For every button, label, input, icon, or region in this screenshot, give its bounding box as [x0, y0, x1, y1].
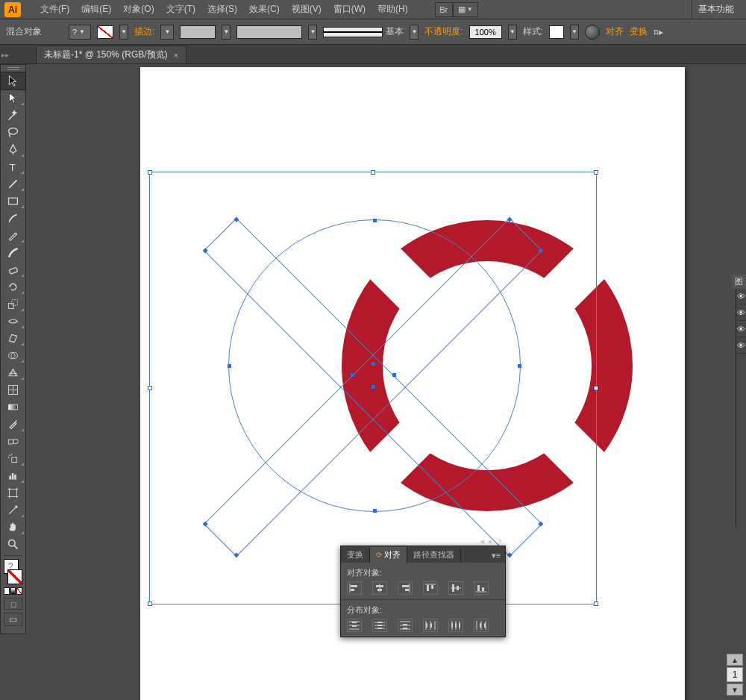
document-tab-close[interactable]: × [174, 51, 178, 60]
menu-edit[interactable]: 编辑(E) [75, 3, 117, 16]
align-hcenter-button[interactable] [372, 581, 387, 595]
symbol-sprayer-tool[interactable] [1, 450, 25, 467]
rotate-tool[interactable] [1, 278, 25, 296]
menu-select[interactable]: 选择(S) [201, 3, 243, 16]
distribute-vcenter-button[interactable] [372, 619, 387, 632]
var-width-dd[interactable]: ▼ [308, 25, 317, 40]
color-mode-solid[interactable] [4, 587, 10, 595]
free-transform-tool[interactable] [1, 330, 25, 347]
recolor-artwork-button[interactable] [585, 25, 600, 40]
bbox-handle[interactable] [594, 601, 598, 606]
menu-file[interactable]: 文件(F) [34, 3, 75, 16]
gradient-tool[interactable] [1, 399, 25, 416]
menu-type[interactable]: 文字(T) [160, 3, 201, 16]
type-tool[interactable]: T [1, 158, 25, 175]
zoom-tool[interactable] [1, 536, 25, 553]
style-dd[interactable]: ▼ [570, 25, 579, 40]
bbox-handle[interactable] [148, 170, 152, 175]
distribute-top-button[interactable] [347, 619, 362, 632]
layer-visibility-icon[interactable]: 👁 [736, 304, 746, 321]
stroke-label[interactable]: 描边: [134, 25, 154, 38]
align-vcenter-button[interactable] [448, 581, 463, 595]
paintbrush-tool[interactable] [1, 210, 25, 227]
align-left-button[interactable] [347, 581, 362, 595]
align-bottom-button[interactable] [474, 581, 489, 595]
color-mode-none[interactable] [16, 587, 22, 595]
opacity-value[interactable]: 100% [469, 25, 502, 39]
distribute-bottom-button[interactable] [398, 619, 413, 632]
layer-visibility-icon[interactable]: 👁 [736, 321, 746, 337]
distribute-left-button[interactable] [423, 619, 438, 632]
fill-unknown[interactable]: ?▼ [69, 25, 91, 40]
distribute-right-button[interactable] [474, 619, 489, 632]
var-width-profile[interactable] [236, 25, 302, 39]
line-segment-tool[interactable] [1, 175, 25, 193]
width-tool[interactable] [1, 313, 25, 330]
brush-dd[interactable]: ▼ [410, 25, 419, 40]
style-swatch[interactable] [549, 25, 564, 39]
scale-tool[interactable] [1, 296, 25, 313]
lasso-tool[interactable] [1, 124, 25, 141]
distribute-hcenter-button[interactable] [448, 619, 463, 632]
document-tab[interactable]: 未标题-1* @ 150% (RGB/预览) × [36, 46, 186, 63]
direct-selection-tool[interactable] [1, 90, 25, 107]
stroke-swatch-dd[interactable]: ▼ [119, 25, 128, 40]
stroke-weight-dd[interactable]: ▼ [222, 25, 231, 40]
perspective-grid-tool[interactable] [1, 364, 25, 381]
panel-grip-icon[interactable]: ▸▸ [1, 46, 9, 63]
slice-tool[interactable] [1, 501, 25, 519]
rectangle-tool[interactable] [1, 193, 25, 210]
stroke-swatch[interactable] [7, 569, 22, 584]
align-right-button[interactable] [398, 581, 413, 595]
shape-builder-tool[interactable] [1, 347, 25, 364]
layer-visibility-icon[interactable]: 👁 [736, 288, 746, 304]
layers-panel-tab[interactable]: 图 [732, 275, 746, 289]
fill-stroke-indicator[interactable] [4, 559, 22, 584]
arrange-documents-button[interactable]: ▦▼ [453, 2, 478, 17]
stroke-weight-field[interactable] [180, 25, 216, 39]
bbox-handle[interactable] [148, 386, 152, 390]
selection-tool[interactable] [1, 72, 25, 90]
menu-effect[interactable]: 效果(C) [243, 3, 286, 16]
control-flyout[interactable]: ¤▸ [653, 27, 663, 37]
canvas-area[interactable]: ◄◄ × 变换 ⟳对齐 路径查找器 ▾≡ 对齐对象: 分布对象: [27, 64, 746, 700]
blob-brush-tool[interactable] [1, 244, 25, 261]
bbox-handle[interactable] [371, 170, 375, 175]
workspace-switcher[interactable]: 基本功能 [692, 0, 740, 19]
menu-object[interactable]: 对象(O) [117, 3, 160, 16]
opacity-dd[interactable]: ▼ [508, 25, 517, 40]
hand-tool[interactable] [1, 519, 25, 536]
draw-normal[interactable]: ◻ [4, 598, 22, 610]
scroll-up-button[interactable]: ▲ [727, 654, 743, 666]
color-mode-gradient[interactable] [10, 587, 16, 595]
scroll-down-button[interactable]: ▼ [727, 684, 743, 696]
brush-definition[interactable] [323, 27, 383, 37]
panel-menu-icon[interactable]: ▾≡ [487, 549, 505, 563]
tools-grip[interactable] [1, 65, 25, 72]
right-panel-strip[interactable]: 图 👁 👁 👁 👁 [736, 288, 746, 527]
menu-view[interactable]: 视图(V) [286, 3, 327, 16]
bbox-handle[interactable] [148, 601, 152, 606]
column-graph-tool[interactable] [1, 467, 25, 484]
pencil-tool[interactable] [1, 227, 25, 244]
align-link[interactable]: 对齐 [606, 25, 624, 38]
align-top-button[interactable] [423, 581, 438, 595]
tab-pathfinder[interactable]: 路径查找器 [407, 547, 461, 563]
tab-transform[interactable]: 变换 [341, 547, 370, 563]
eraser-tool[interactable] [1, 261, 25, 278]
layer-visibility-icon[interactable]: 👁 [736, 337, 746, 354]
screen-mode-button[interactable]: ▭ [4, 613, 22, 626]
panel-collapse-icon[interactable]: ◄◄ [478, 537, 493, 546]
bbox-handle[interactable] [594, 386, 598, 390]
align-panel[interactable]: ◄◄ × 变换 ⟳对齐 路径查找器 ▾≡ 对齐对象: 分布对象: [340, 546, 506, 637]
mesh-tool[interactable] [1, 381, 25, 399]
menu-help[interactable]: 帮助(H) [372, 3, 414, 16]
stroke-swatch-none[interactable] [97, 25, 113, 39]
stroke-weight[interactable]: ▼ [160, 25, 174, 40]
magic-wand-tool[interactable] [1, 107, 25, 124]
bbox-handle[interactable] [594, 170, 598, 175]
panel-close-icon[interactable]: × [498, 537, 502, 546]
pen-tool[interactable] [1, 141, 25, 158]
menu-window[interactable]: 窗口(W) [327, 3, 372, 16]
transform-link[interactable]: 变换 [630, 25, 648, 38]
